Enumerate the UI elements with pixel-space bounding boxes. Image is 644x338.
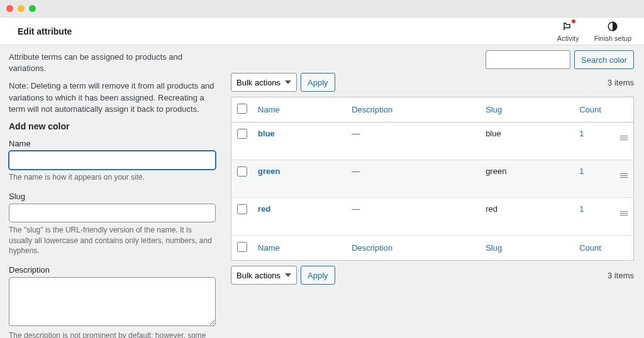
footer-name[interactable]: Name — [258, 243, 280, 253]
header-count[interactable]: Count — [579, 105, 601, 114]
drag-handle-icon[interactable] — [620, 136, 628, 140]
intro-text: Attribute terms can be assigned to produ… — [9, 52, 216, 74]
bulk-actions-select-bottom[interactable]: Bulk actions — [231, 266, 297, 285]
search-input[interactable] — [486, 50, 570, 69]
header-slug[interactable]: Slug — [486, 105, 502, 114]
slug-label: Slug — [9, 192, 216, 201]
note-text: Note: Deleting a term will remove it fro… — [9, 80, 216, 115]
description-help: The description is not prominent by defa… — [9, 330, 216, 338]
apply-button-top[interactable]: Apply — [301, 73, 335, 92]
bulk-actions-select-top[interactable]: Bulk actions — [231, 73, 297, 92]
form-heading: Add new color — [9, 121, 216, 131]
finish-setup-button[interactable]: Finish setup — [594, 21, 631, 42]
terms-panel: Search color Bulk actions Apply 3 items … — [223, 45, 644, 338]
activity-icon — [562, 21, 574, 33]
term-slug: blue — [486, 129, 501, 138]
term-slug: green — [486, 166, 506, 176]
table-row: blue—blue1 — [231, 123, 634, 160]
activity-button[interactable]: Activity — [557, 21, 579, 42]
terms-table: Name Description Slug Count blue—blue1gr… — [231, 97, 634, 261]
term-description: — — [352, 204, 360, 214]
term-link[interactable]: blue — [258, 129, 275, 138]
select-all-top[interactable] — [237, 104, 247, 114]
slug-input[interactable] — [9, 204, 216, 222]
window-zoom-icon[interactable] — [29, 5, 36, 12]
name-label: Name — [9, 139, 216, 148]
name-help: The name is how it appears on your site. — [9, 172, 216, 183]
window-minimize-icon[interactable] — [18, 5, 25, 12]
table-row: green—green1 — [231, 160, 634, 198]
term-count[interactable]: 1 — [579, 204, 584, 214]
window-close-icon[interactable] — [6, 5, 13, 12]
items-count-bottom: 3 items — [608, 271, 634, 280]
select-all-bottom[interactable] — [237, 242, 247, 252]
window-chrome — [0, 0, 644, 18]
footer-slug[interactable]: Slug — [486, 243, 502, 253]
term-link[interactable]: green — [258, 166, 280, 176]
page-title: Edit attribute — [18, 26, 72, 36]
row-checkbox[interactable] — [237, 166, 247, 177]
table-row: red—red1 — [231, 198, 634, 236]
term-count[interactable]: 1 — [579, 129, 584, 138]
finish-setup-label: Finish setup — [594, 35, 631, 42]
description-input[interactable] — [9, 277, 216, 326]
row-checkbox[interactable] — [237, 204, 247, 214]
activity-label: Activity — [557, 35, 579, 42]
name-input[interactable] — [9, 151, 216, 170]
topbar: Edit attribute Activity Finish setup — [0, 18, 644, 45]
description-label: Description — [9, 265, 216, 275]
drag-handle-icon[interactable] — [620, 211, 628, 215]
term-slug: red — [486, 204, 497, 214]
term-description: — — [352, 129, 360, 138]
search-button[interactable]: Search color — [574, 50, 634, 69]
apply-button-bottom[interactable]: Apply — [301, 266, 335, 285]
term-link[interactable]: red — [258, 204, 270, 214]
slug-help: The "slug" is the URL-friendly version o… — [9, 225, 216, 256]
header-name[interactable]: Name — [258, 105, 280, 114]
add-term-form: Attribute terms can be assigned to produ… — [0, 45, 223, 338]
row-checkbox[interactable] — [237, 129, 247, 139]
progress-icon — [607, 21, 618, 33]
footer-description[interactable]: Description — [352, 243, 392, 253]
term-description: — — [352, 166, 360, 176]
drag-handle-icon[interactable] — [620, 173, 628, 178]
header-description[interactable]: Description — [352, 105, 392, 114]
items-count-top: 3 items — [608, 78, 634, 87]
term-count[interactable]: 1 — [579, 166, 584, 176]
footer-count[interactable]: Count — [579, 243, 601, 253]
